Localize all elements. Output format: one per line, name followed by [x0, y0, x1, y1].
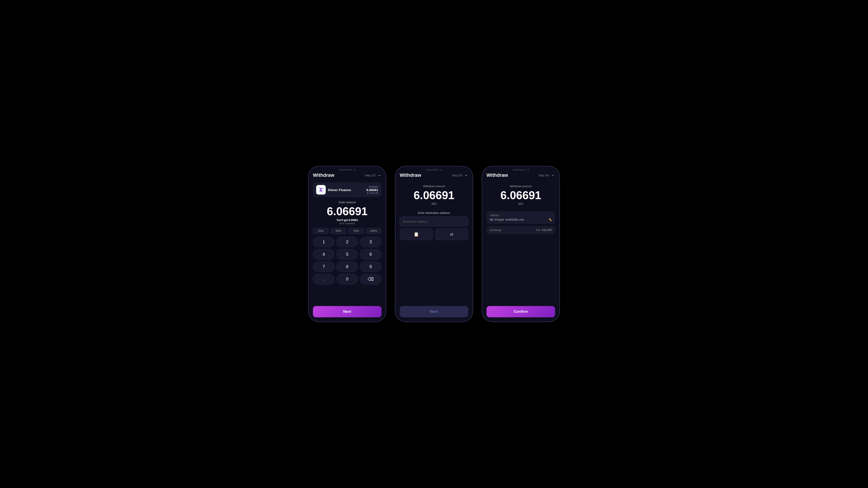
dest-label: Enter destination address	[400, 211, 468, 215]
withdraw-big-3: 6.06691	[487, 189, 555, 202]
fee-value: 0.01 KFI	[542, 229, 552, 232]
you-get: You'll get 6.05691	[313, 219, 381, 222]
numpad: 1 2 3 4 5 6 7 8 9 . 0 ⌫	[313, 237, 381, 285]
key-8[interactable]: 8	[336, 261, 358, 272]
key-4[interactable]: 4	[313, 249, 335, 260]
address-value: kt6. 0Ycpyfx .%o4CDWz ≥Vw ✏️	[490, 218, 552, 221]
header-right-2: Step 2/3 ←	[452, 173, 468, 177]
header-3: Withdraw Step 3/3 ←	[487, 172, 555, 178]
notch-pill-2	[426, 169, 439, 170]
key-dot[interactable]: .	[313, 274, 335, 285]
available-label: Available	[367, 186, 378, 188]
pct-100[interactable]: 100%	[366, 228, 381, 234]
pct-25[interactable]: 25%	[313, 228, 329, 234]
confirm-button[interactable]: Confirm	[487, 306, 555, 317]
percentage-row: 25% 50% 75% 100%	[313, 228, 381, 234]
back-button-2[interactable]: ←	[464, 173, 468, 177]
withdraw-currency-3: KFI	[487, 202, 555, 206]
phone-2-content: Withdraw Step 2/3 ← Withdraw amount 6.06…	[395, 172, 473, 322]
icon-row: 📋 ⇄	[400, 228, 468, 240]
key-backspace[interactable]: ⌫	[360, 274, 381, 285]
address-input-wrapper[interactable]	[400, 217, 468, 226]
phone-3: Withdraw Step 3/3 ← Withdraw amount 6.06…	[482, 166, 560, 322]
phone-2: Withdraw Step 2/3 ← Withdraw amount 6.06…	[395, 166, 473, 322]
key-3[interactable]: 3	[360, 237, 381, 247]
key-6[interactable]: 6	[360, 249, 381, 260]
you-get-label: You'll get	[336, 219, 348, 222]
notch-dot	[354, 169, 355, 171]
coin-row: Klever Finance Available 6.06691 $ 1,819…	[313, 183, 381, 197]
phone-1: Withdraw Step 1/3 ← Klever Finance	[308, 166, 386, 322]
coin-name: Klever Finance	[328, 188, 351, 192]
phone-1-notch	[309, 166, 386, 172]
phones-container: Withdraw Step 1/3 ← Klever Finance	[308, 166, 560, 322]
pct-75[interactable]: 75%	[348, 228, 364, 234]
key-5[interactable]: 5	[336, 249, 358, 260]
notch-pill-3	[513, 169, 526, 170]
header-2: Withdraw Step 2/3 ←	[400, 172, 468, 178]
coin-balance-section: Available 6.06691 $ 1,819.48	[367, 186, 378, 194]
step-label-2: Step 2/3	[452, 174, 462, 177]
amount-display-1: 6.06691	[313, 205, 381, 218]
address-input[interactable]	[403, 220, 465, 223]
fee-included: (Fee Included)	[313, 222, 381, 225]
next-button-2[interactable]: Next	[400, 306, 468, 317]
next-button-1[interactable]: Next	[313, 306, 381, 317]
address-text: kt6. 0Ycpyfx .%o4CDWz ≥Vw	[490, 218, 524, 221]
step-label-3: Step 3/3	[538, 174, 549, 177]
pct-50[interactable]: 50%	[331, 228, 346, 234]
coin-icon	[316, 185, 326, 195]
step-label-1: Step 1/3	[365, 174, 375, 177]
address-card: Address kt6. 0Ycpyfx .%o4CDWz ≥Vw ✏️	[487, 211, 555, 224]
notch-dot-3	[527, 169, 529, 171]
paste-icon: 📋	[413, 232, 419, 237]
header-right-1: Step 1/3 ←	[365, 173, 381, 177]
key-2[interactable]: 2	[336, 237, 358, 247]
coin-info: Klever Finance	[316, 185, 351, 195]
phone-1-content: Withdraw Step 1/3 ← Klever Finance	[309, 172, 386, 322]
phone-2-notch	[395, 166, 473, 172]
exchange-label: Exchange	[490, 229, 501, 232]
page-title-3: Withdraw	[487, 172, 508, 178]
balance-amount: 6.06691	[367, 188, 378, 192]
you-get-value: 6.05691	[348, 219, 358, 222]
withdraw-big-2: 6.06691	[400, 189, 468, 202]
back-button-3[interactable]: ←	[551, 173, 555, 177]
paste-button[interactable]: 📋	[400, 228, 433, 240]
scan-button[interactable]: ⇄	[435, 228, 468, 240]
enter-amount-label: Enter amount	[313, 201, 381, 204]
key-7[interactable]: 7	[313, 261, 335, 272]
key-0[interactable]: 0	[336, 274, 358, 285]
withdraw-amount-label-2: Withdraw amount	[400, 185, 468, 188]
scan-icon: ⇄	[450, 232, 454, 237]
header-right-3: Step 3/3 ←	[538, 173, 555, 177]
key-1[interactable]: 1	[313, 237, 335, 247]
withdraw-currency-2: KFI	[400, 202, 468, 206]
exchange-row: Exchange Fee: 0.01 KFI	[490, 229, 552, 232]
phone-3-notch	[482, 166, 559, 172]
address-label: Address	[490, 214, 552, 217]
fee-label: Fee:	[536, 229, 541, 232]
withdraw-display-3: Withdraw amount 6.06691 KFI	[487, 183, 555, 211]
notch-pill	[339, 169, 352, 170]
page-title-1: Withdraw	[313, 172, 334, 178]
balance-usd: $ 1,819.48	[367, 192, 378, 194]
withdraw-amount-label-3: Withdraw amount	[487, 185, 555, 188]
exchange-card: Exchange Fee: 0.01 KFI	[487, 226, 555, 234]
back-button-1[interactable]: ←	[378, 173, 381, 177]
header-1: Withdraw Step 1/3 ←	[313, 172, 381, 178]
key-9[interactable]: 9	[360, 261, 381, 272]
edit-icon[interactable]: ✏️	[549, 218, 552, 221]
phone-3-content: Withdraw Step 3/3 ← Withdraw amount 6.06…	[482, 172, 559, 322]
notch-dot-2	[440, 169, 442, 171]
fee-section: Fee: 0.01 KFI	[536, 229, 552, 232]
page-title-2: Withdraw	[400, 172, 421, 178]
withdraw-display-2: Withdraw amount 6.06691 KFI	[400, 183, 468, 211]
